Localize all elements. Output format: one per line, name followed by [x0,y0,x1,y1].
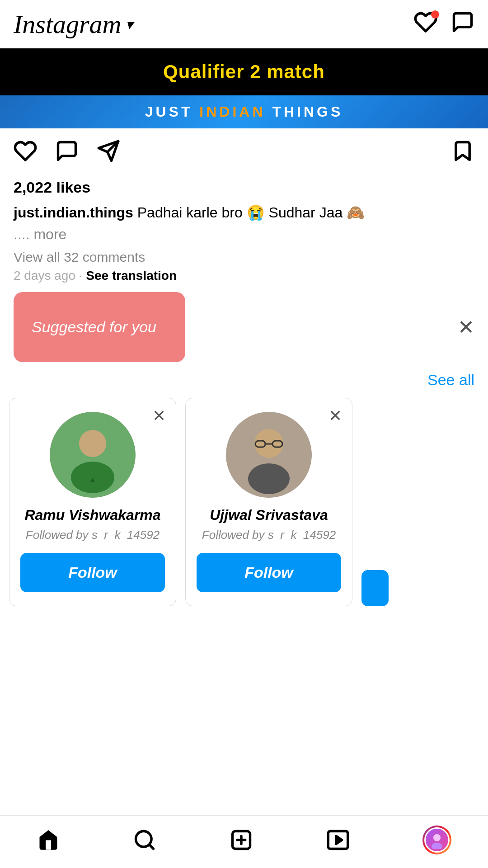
share-button[interactable] [97,139,120,168]
header-icon-group [414,10,474,38]
card-2-followed-by: Followed by s_r_k_14592 [202,528,336,542]
card-2-name: Ujjwal Srivastava [210,507,328,524]
view-comments-link[interactable]: View all 32 comments [14,250,474,265]
nav-profile-button[interactable] [422,826,451,854]
send-icon [97,139,120,163]
svg-point-11 [248,463,290,494]
close-card-2-button[interactable]: ✕ [328,406,342,425]
suggested-label: Suggested for you [14,292,185,362]
svg-marker-18 [336,836,342,844]
svg-point-19 [433,834,441,841]
card-1-name: Ramu Vishwakarma [24,507,160,524]
search-icon [133,828,156,852]
bookmark-icon [451,139,474,163]
partial-card [361,570,389,606]
svg-line-13 [149,844,153,849]
see-all-container: See all [0,371,488,389]
comment-icon [55,139,79,163]
timestamp-sep: · [79,269,83,283]
heart-outline-icon [14,139,37,163]
close-card-1-button[interactable]: ✕ [152,406,166,425]
action-left-group [14,139,120,168]
see-all-link[interactable]: See all [427,371,474,388]
profile-avatar-image [428,831,446,849]
notifications-button[interactable] [414,10,437,38]
app-header: Instagram ▾ [0,0,488,48]
home-icon [37,828,60,852]
svg-point-3 [79,430,106,457]
jit-label: JUST INDIAN THINGS [8,104,480,120]
chevron-down-icon[interactable]: ▾ [126,16,133,33]
nav-reels-button[interactable] [326,828,350,852]
nav-home-button[interactable] [37,828,60,852]
post-timestamp: 2 days ago · See translation [14,269,474,283]
follow-button-1[interactable]: Follow [20,553,165,592]
avatar-ujjwal [226,412,312,498]
caption-more[interactable]: .... more [14,226,66,242]
caption-username[interactable]: just.indian.things [14,204,133,221]
profile-avatar [424,827,450,853]
nav-create-button[interactable] [230,828,253,852]
suggestion-card-2: ✕ Ujjwal Srivastava Followed by s_r_k_14… [185,398,352,606]
post-caption: just.indian.things Padhai karle bro 😭 Su… [14,202,474,245]
messenger-button[interactable] [451,10,474,38]
post-details: 2,022 likes just.indian.things Padhai ka… [0,179,488,292]
post-action-bar [0,128,488,179]
suggested-cards-list: ✕ ▲ Ramu Vishwakarma Followed by s_r_k_1… [0,398,488,606]
banner-title: Qualifier 2 match [9,61,479,83]
notification-badge [431,10,439,19]
svg-point-20 [432,843,442,849]
suggested-section: Suggested for you ✕ See all ✕ ▲ Ramu Vis… [0,292,488,615]
jit-bar: JUST INDIAN THINGS [0,95,488,128]
post-image-banner: Qualifier 2 match [0,48,488,95]
svg-text:▲: ▲ [89,476,96,483]
instagram-logo: Instagram ▾ [14,9,133,39]
see-translation-link[interactable]: See translation [86,269,177,283]
caption-text: Padhai karle bro 😭 Sudhar Jaa 🙈 [133,204,365,221]
logo-text: Instagram [14,9,121,39]
nav-search-button[interactable] [133,828,156,852]
likes-count: 2,022 likes [14,179,474,196]
suggested-header: Suggested for you ✕ [0,292,488,362]
comment-button[interactable] [55,139,79,168]
create-icon [230,828,253,852]
like-button[interactable] [14,139,37,168]
messenger-icon [451,10,474,34]
suggestion-card-1: ✕ ▲ Ramu Vishwakarma Followed by s_r_k_1… [9,398,176,606]
follow-button-2[interactable]: Follow [197,553,341,592]
card-1-followed-by: Followed by s_r_k_14592 [26,528,160,542]
reels-icon [326,828,350,852]
timestamp-text: 2 days ago [14,269,75,283]
save-button[interactable] [451,139,474,168]
close-suggested-button[interactable]: ✕ [458,316,474,339]
bottom-navigation [0,815,488,868]
avatar-ramu: ▲ [50,412,136,498]
